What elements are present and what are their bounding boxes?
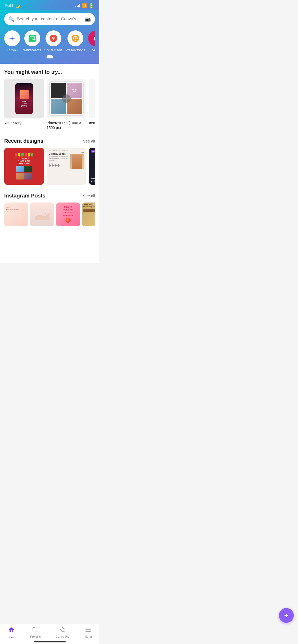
- recent-card-bethany-menu[interactable]: ···: [81, 150, 84, 155]
- status-icons: 📶 🔋: [75, 3, 94, 8]
- search-input[interactable]: [17, 17, 82, 21]
- try-section-title: You might want to try...: [4, 69, 62, 75]
- category-video[interactable]: ▶ Video: [88, 30, 95, 52]
- instagram-see-all[interactable]: See all: [83, 194, 95, 198]
- search-icon: 🔍: [8, 16, 14, 22]
- moon-icon: 🌙: [15, 4, 20, 8]
- recent-card-canva[interactable]: ··· Canva Design Learn & P... Your f...w…: [89, 148, 95, 185]
- instagram-section-header: Instagram Posts See all: [4, 193, 95, 199]
- status-time: 9:41: [5, 3, 14, 8]
- insta-card-most[interactable]: how tomake themost ofyour time ✺: [56, 203, 80, 226]
- category-whiteboards[interactable]: Whiteboards: [23, 30, 41, 52]
- recent-card-bethany[interactable]: ··· BIO PORTFOLIO PODCAST Bethany Jones …: [47, 148, 86, 185]
- search-bar[interactable]: 🔍 📷: [4, 13, 95, 25]
- try-card-instagram-label: Instagram St...: [89, 121, 95, 125]
- category-for-you[interactable]: For you: [4, 30, 20, 52]
- presentations-icon: [72, 35, 79, 42]
- try-card-instagram[interactable]: ENGAGEYOURAUDIENCE Instagram St...: [89, 79, 95, 130]
- try-card-story[interactable]: TELLYOURSTORY Your Story: [4, 79, 44, 130]
- try-card-pinterest-label: Pinterest Pin (1000 × 1500 px): [47, 121, 81, 130]
- insta-card-happy[interactable]: How to behappy? ❤Stop Chasing Happiness …: [4, 203, 28, 226]
- insta-card-tips[interactable]: TOP 5 TIPSfor Glowing Skin: [82, 203, 95, 226]
- try-cards-row: TELLYOURSTORY Your Story DESIGNINSPI: [4, 79, 95, 130]
- insta-card-wave[interactable]: never too old to begin: [30, 203, 54, 226]
- canva-card-text: Your f...week...: [91, 177, 95, 182]
- category-video-label: Video: [92, 48, 95, 52]
- try-section-header: You might want to try...: [4, 69, 95, 75]
- status-bar: 9:41 🌙 📶 🔋: [0, 0, 99, 10]
- wave-svg: never too old to begin: [33, 209, 51, 220]
- recent-section-header: Recent designs See all: [4, 138, 95, 144]
- try-card-pinterest[interactable]: DESIGNINSPI Pinterest Pin (1000 × 1500 p…: [47, 79, 86, 130]
- bethany-photo: [70, 154, 84, 169]
- try-card-story-label: Your Story: [4, 121, 21, 125]
- recent-cards-row: ··· 14 FAMILYPHOTO IDEASFOR YOUR: [4, 148, 95, 185]
- whiteboard-icon: [29, 35, 36, 42]
- battery-icon: 🔋: [89, 3, 94, 8]
- recent-card-christmas[interactable]: ··· 14 FAMILYPHOTO IDEASFOR YOUR: [4, 148, 44, 185]
- signal-bars: [75, 4, 80, 7]
- recent-section-title: Recent designs: [4, 138, 43, 144]
- instagram-grid: How to behappy? ❤Stop Chasing Happiness …: [4, 203, 95, 226]
- header-area: 🔍 📷 For you: [0, 10, 99, 64]
- svg-text:never too old to begin: never too old to begin: [36, 212, 46, 214]
- wifi-icon: 📶: [82, 3, 87, 8]
- category-whiteboards-label: Whiteboards: [23, 48, 41, 52]
- instagram-section: Instagram Posts See all How to behappy? …: [4, 193, 95, 226]
- category-social-label: Social media: [44, 48, 62, 52]
- recent-see-all[interactable]: See all: [83, 139, 95, 143]
- scroll-indicator: [47, 55, 53, 58]
- category-social-media[interactable]: ♥ Social media: [44, 30, 62, 52]
- main-content: You might want to try... TELLYOURSTORY Y…: [0, 64, 99, 263]
- category-presentations[interactable]: Presentations: [66, 30, 85, 52]
- svg-point-0: [11, 38, 13, 39]
- categories-row: For you Whiteboards ♥ Social media: [4, 30, 95, 53]
- camera-icon[interactable]: 📷: [85, 16, 91, 22]
- instagram-section-title: Instagram Posts: [4, 193, 46, 199]
- category-presentations-label: Presentations: [66, 48, 85, 52]
- video-icon: ▶: [94, 35, 95, 41]
- social-icon: ♥: [50, 35, 57, 42]
- sparkle-icon: [8, 35, 16, 42]
- recent-card-christmas-menu[interactable]: ···: [38, 150, 42, 155]
- loading-spinner: [62, 94, 71, 103]
- canva-badge: Canva Design: [91, 150, 95, 153]
- category-for-you-label: For you: [7, 48, 18, 52]
